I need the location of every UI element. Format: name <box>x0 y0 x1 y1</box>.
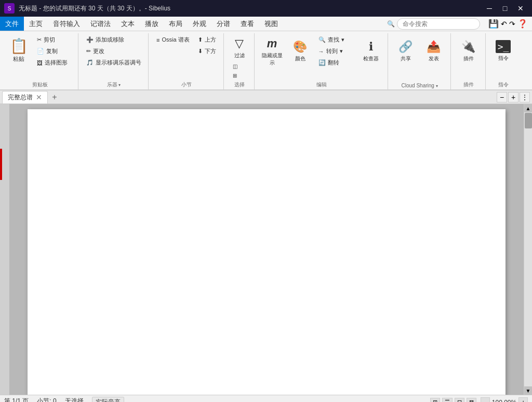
instruments-expand-icon[interactable]: ▾ <box>118 83 121 87</box>
redo-button[interactable]: ↷ <box>509 20 515 28</box>
menu-playback[interactable]: 播放 <box>140 17 164 31</box>
select-small-btns: ◫ ⊞ <box>229 62 250 80</box>
zoom-in-button[interactable]: + <box>508 92 518 102</box>
measure-col1: ≡ Ossia 谱表 <box>153 34 193 45</box>
view-mode-2[interactable]: ☰ <box>442 398 453 402</box>
menu-notation[interactable]: 记谱法 <box>85 17 116 31</box>
tab-bar: 完整总谱 ✕ + − + ⋮ <box>0 90 532 104</box>
hide-show-button[interactable]: m 隐藏或显示 <box>259 34 286 68</box>
menu-review[interactable]: 查看 <box>235 17 259 31</box>
close-button[interactable]: ✕ <box>513 1 528 16</box>
inspector-button[interactable]: ℹ 检查器 <box>357 34 384 67</box>
menu-appearance[interactable]: 外观 <box>188 17 211 31</box>
command-label: 指令 <box>498 80 509 89</box>
ossia-button[interactable]: ≡ Ossia 谱表 <box>153 34 193 45</box>
find-button[interactable]: 🔍 查找 ▾ <box>315 34 356 45</box>
minimize-button[interactable]: ─ <box>482 1 497 16</box>
flip-icon: 🔄 <box>318 59 326 66</box>
goto-icon: → <box>318 48 324 55</box>
menu-text[interactable]: 文本 <box>116 17 140 31</box>
goto-button[interactable]: → 转到 ▾ <box>315 46 356 57</box>
right-scrollbar[interactable]: ▲ ▼ <box>524 104 532 395</box>
above-icon: ⬆ <box>198 36 203 43</box>
select-btn1[interactable]: ◫ <box>229 62 250 71</box>
view-mode-3[interactable]: ⊟ <box>455 398 464 402</box>
score-area[interactable] <box>9 104 524 395</box>
color-icon: 🎨 <box>293 40 307 54</box>
undo-button[interactable]: ↶ <box>501 20 507 28</box>
help-button[interactable]: ❓ <box>517 19 528 29</box>
score-tab[interactable]: 完整总谱 ✕ <box>2 91 48 103</box>
cut-icon: ✂ <box>37 36 42 43</box>
filter-button[interactable]: ▽ 过滤 <box>228 34 251 61</box>
view-options-button[interactable]: ⋮ <box>520 92 530 102</box>
cloud-group: 🔗 共享 📤 发表 Cloud Sharing ▾ <box>389 33 451 89</box>
scroll-up-button[interactable]: ▲ <box>524 104 533 112</box>
plugin-button[interactable]: 🔌 插件 <box>455 34 482 67</box>
menu-layout[interactable]: 布局 <box>164 17 188 31</box>
add-remove-button[interactable]: ➕ 添加或移除 <box>83 34 145 45</box>
new-tab-button[interactable]: + <box>49 92 60 103</box>
command-button[interactable]: >_ 指令 <box>490 34 517 67</box>
menu-note-input[interactable]: 音符输入 <box>48 17 85 31</box>
zoom-plus-button[interactable]: + <box>518 397 528 402</box>
search-input[interactable] <box>397 18 480 30</box>
menu-file[interactable]: 文件 <box>0 17 24 31</box>
goto-arrow: ▾ <box>340 48 343 55</box>
inspector-icon: ℹ <box>369 40 373 54</box>
pitch-status[interactable]: 实际音高 <box>92 397 124 402</box>
change-button[interactable]: ✏ 更改 <box>83 46 145 57</box>
select-group: ▽ 过滤 ◫ ⊞ 选择 <box>225 33 255 89</box>
cut-button[interactable]: ✂ 剪切 <box>33 34 75 45</box>
selection-status: 无选择 <box>65 397 84 402</box>
select-icon1: ◫ <box>233 63 237 69</box>
add-above-button[interactable]: ⬆ 上方 <box>194 34 220 45</box>
flip-button[interactable]: 🔄 翻转 <box>315 57 356 68</box>
view-mode-buttons: ⊞ ☰ ⊟ ⊠ <box>430 398 476 402</box>
score-page <box>28 109 506 395</box>
measure-items: ≡ Ossia 谱表 ⬆ 上方 ⬇ 下方 <box>153 34 220 57</box>
view-mode-4[interactable]: ⊠ <box>467 398 476 402</box>
select-btn2[interactable]: ⊞ <box>229 71 250 80</box>
flip-label: 翻转 <box>328 59 339 67</box>
change-icon: ✏ <box>86 48 91 55</box>
tab-close-button[interactable]: ✕ <box>36 93 42 101</box>
select-shape-button[interactable]: 🖼 选择图形 <box>33 57 75 68</box>
add-below-button[interactable]: ⬇ 下方 <box>194 46 220 57</box>
toolbar-right: 💾 ↶ ↷ ❓ <box>484 19 532 29</box>
zoom-out-button[interactable]: − <box>497 92 507 102</box>
status-left: 第 1/1 页 小节: 0 无选择 实际音高 <box>4 397 124 402</box>
color-button[interactable]: 🎨 颜色 <box>287 34 314 67</box>
title-left: S 无标题 - 您的试用期还有 30 天（共 30 天）。- Sibelius <box>4 3 170 14</box>
menu-parts[interactable]: 分谱 <box>211 17 235 31</box>
cloud-expand-icon[interactable]: ▾ <box>436 84 438 88</box>
scroll-thumb[interactable] <box>525 113 532 128</box>
ribbon: 📋 粘贴 ✂ 剪切 📄 复制 🖼 选择图形 <box>0 31 532 90</box>
edit-label: 编辑 <box>316 80 327 89</box>
title-bar: S 无标题 - 您的试用期还有 30 天（共 30 天）。- Sibelius … <box>0 0 532 17</box>
paste-label: 粘贴 <box>13 55 24 63</box>
app-icon: S <box>4 3 15 14</box>
instruments-items: ➕ 添加或移除 ✏ 更改 🎵 显示移调乐器调号 <box>83 34 145 68</box>
zoom-minus-button[interactable]: − <box>481 397 490 402</box>
scroll-down-button[interactable]: ▼ <box>524 386 533 395</box>
view-mode-1[interactable]: ⊞ <box>430 398 440 402</box>
find-arrow: ▾ <box>341 36 344 43</box>
menu-home[interactable]: 主页 <box>24 17 48 31</box>
command-label: 指令 <box>498 55 509 62</box>
share-button[interactable]: 🔗 共享 <box>392 34 419 67</box>
find-label: 查找 <box>328 36 339 44</box>
paste-button[interactable]: 📋 粘贴 <box>5 34 32 67</box>
show-transposing-button[interactable]: 🎵 显示移调乐器调号 <box>83 57 145 68</box>
clipboard-items: 📋 粘贴 ✂ 剪切 📄 复制 🖼 选择图形 <box>5 34 75 68</box>
menu-view[interactable]: 视图 <box>259 17 283 31</box>
inspector-label: 检查器 <box>363 55 379 62</box>
maximize-button[interactable]: □ <box>498 1 512 16</box>
command-group: >_ 指令 指令 <box>487 33 520 89</box>
save-button[interactable]: 💾 <box>488 19 499 29</box>
publish-button[interactable]: 📤 发表 <box>420 34 447 67</box>
status-right: ⊞ ☰ ⊟ ⊠ − 100.00% + <box>430 397 528 402</box>
copy-button[interactable]: 📄 复制 <box>33 46 75 57</box>
scroll-track[interactable] <box>524 112 532 386</box>
above-label: 上方 <box>205 36 216 44</box>
